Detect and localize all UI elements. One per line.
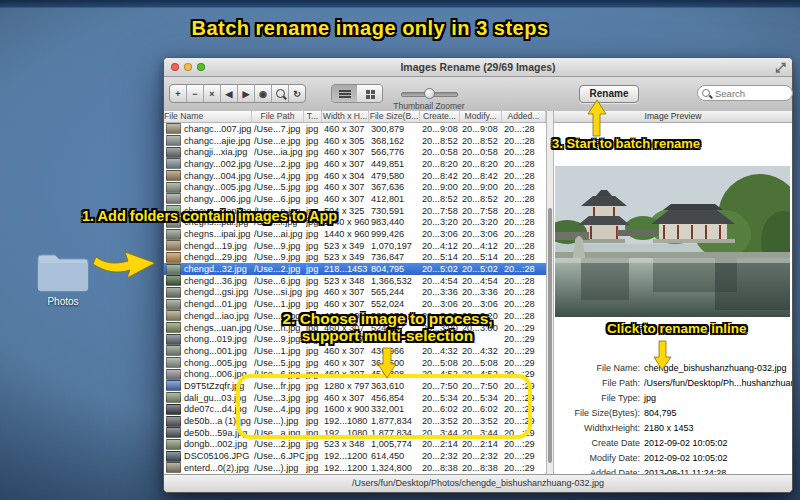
- table-row[interactable]: chengd...29.jpg/Use...9.jpgjpg523 x 3497…: [164, 252, 546, 264]
- cell-dim: 523 x 348: [322, 276, 369, 286]
- minimize-window-button[interactable]: [184, 63, 192, 71]
- column-header[interactable]: File Name: [164, 111, 252, 122]
- column-header[interactable]: Create...: [420, 111, 460, 122]
- cell-path: /Use...).jpg: [252, 463, 304, 473]
- table-row[interactable]: chengd...36.jpg/Use...6.jpgjpg523 x 3481…: [164, 275, 546, 287]
- cell-name: chengs...uan.jpg: [164, 322, 252, 333]
- remove-button[interactable]: −: [187, 85, 204, 102]
- cell-modify: 20...5:14: [460, 252, 502, 262]
- cell-type: jpg: [304, 252, 322, 262]
- prev-button[interactable]: ◀: [221, 85, 238, 102]
- info-value: 2012-09-02 10:05:02: [640, 438, 728, 448]
- info-value: 2180 x 1453: [640, 423, 694, 433]
- table-row[interactable]: dongb...002.jpg/Use...2.jpgjpg523 x 3481…: [164, 439, 546, 451]
- table-row[interactable]: changy...002.jpg/Use...2.jpgjpg460 x 307…: [164, 158, 546, 170]
- search-field[interactable]: [697, 85, 793, 101]
- quicklook-button[interactable]: ◉: [255, 85, 272, 102]
- cell-size: 999,426: [369, 229, 420, 239]
- banner-title: Batch rename image only in 3 steps: [110, 17, 630, 40]
- cell-dim: 1440 x 960: [322, 229, 369, 239]
- vertical-scrollbar[interactable]: [546, 111, 554, 475]
- toolbar-button-group: +−×◀▶◉↻: [169, 84, 306, 103]
- column-header[interactable]: Modify...: [460, 111, 502, 122]
- file-thumbnail-icon: [166, 158, 181, 169]
- column-header[interactable]: T...: [304, 111, 322, 122]
- table-row[interactable]: chengd...01.jpg/Use...1.jpgjpg460 x 3075…: [164, 298, 546, 310]
- table-row[interactable]: changc...ajie.jpg/Use...e.jpgjpg460 x 30…: [164, 135, 546, 147]
- table-row[interactable]: chengd...19.jpg/Use...9.jpgjpg523 x 3491…: [164, 240, 546, 252]
- cell-modify: 20...4:54: [460, 276, 502, 286]
- grid-view-button[interactable]: [357, 85, 382, 102]
- table-row[interactable]: changy...004.jpg/Use...4.jpgjpg460 x 304…: [164, 170, 546, 182]
- cell-added: 20...:28: [502, 299, 546, 309]
- info-label: WidthxHeight:: [554, 423, 640, 433]
- table-row[interactable]: changy...005.jpg/Use...5.jpgjpg460 x 307…: [164, 181, 546, 193]
- cell-dim: 460 x 307: [322, 299, 369, 309]
- column-header[interactable]: File Size(B...: [369, 111, 420, 122]
- cell-added: 20...:28: [502, 276, 546, 286]
- thumbnail-zoomer-slider[interactable]: [401, 92, 458, 97]
- cell-modify: 20...0:58: [460, 147, 502, 157]
- cell-modify: 20...4:12: [460, 241, 502, 251]
- search-button[interactable]: [272, 85, 289, 102]
- cell-added: 20...:28: [502, 182, 546, 192]
- cell-create: 20...0:58: [420, 147, 460, 157]
- info-value: 804,795: [640, 408, 677, 418]
- add-button[interactable]: +: [170, 85, 187, 102]
- cell-name: chengd...19.jpg: [164, 240, 252, 251]
- column-header[interactable]: Added...: [502, 111, 546, 122]
- rename-button[interactable]: Rename: [579, 85, 639, 103]
- cell-create: 20...3:36: [420, 287, 460, 297]
- cell-name: changy...002.jpg: [164, 158, 252, 169]
- table-row[interactable]: chegns...ipai.jpg/Use...ai.jpgjpg1440 x …: [164, 228, 546, 240]
- info-row: Create Date2012-09-02 10:05:02: [554, 435, 792, 450]
- title-bar[interactable]: Images Rename (29/69 Images): [164, 58, 792, 77]
- slider-knob[interactable]: [424, 88, 435, 99]
- preview-panel-header: Image Preview: [554, 111, 792, 123]
- cell-modify: 20...9:00: [460, 182, 502, 192]
- folder-label: Photos: [30, 296, 96, 307]
- next-button[interactable]: ▶: [238, 85, 255, 102]
- cell-size: 364,500: [369, 358, 420, 368]
- info-value: jpg: [640, 393, 656, 403]
- scrollbar-thumb[interactable]: [548, 208, 552, 463]
- table-row-selected[interactable]: chengd...32.jpg/Use...2.jpgjpg218...1453…: [164, 263, 546, 275]
- cell-dim: 523 x 348: [322, 439, 369, 449]
- table-row[interactable]: chong...005.jpg/Use...5.jpgjpg460 x 3073…: [164, 357, 546, 369]
- table-row[interactable]: chengd...gsi.jpg/Use...si.jpgjpg460 x 30…: [164, 287, 546, 299]
- cell-path: /Use...7.jpg: [252, 124, 304, 134]
- cell-name: chengd...32.jpg: [164, 264, 252, 275]
- cell-type: jpg: [304, 229, 322, 239]
- table-row[interactable]: chong...001.jpg/Use...1.jpgjpg460 x 3074…: [164, 345, 546, 357]
- table-row[interactable]: DSC05106.JPG/Use...6.JPGjpg192...1200614…: [164, 450, 546, 462]
- cell-path: /Use...1.jpg: [252, 346, 304, 356]
- cell-added: 20...:28: [502, 136, 546, 146]
- cell-create: 20...5:14: [420, 252, 460, 262]
- table-row[interactable]: changy...006.jpg/Use...6.jpgjpg460 x 307…: [164, 193, 546, 205]
- cell-path: /Use...1.jpg: [252, 299, 304, 309]
- table-row[interactable]: changc...007.jpg/Use...7.jpgjpg460 x 307…: [164, 123, 546, 135]
- list-view-button[interactable]: [332, 85, 357, 102]
- annotation-step1: 1. Add folders contain images to App: [82, 208, 337, 224]
- table-row[interactable]: enterd...0(2).jpg/Use...).jpgjpg192...12…: [164, 462, 546, 474]
- fullscreen-icon[interactable]: [775, 62, 786, 73]
- search-input[interactable]: [713, 87, 787, 100]
- info-row: File Name:chengde_bishushanzhuang-032.jp…: [554, 360, 792, 375]
- column-header[interactable]: File Path: [252, 111, 304, 122]
- table-row[interactable]: changji...xia.jpg/Use...ia.jpgjpg460 x 3…: [164, 146, 546, 158]
- column-header[interactable]: Width x H...: [322, 111, 369, 122]
- refresh-button[interactable]: ↻: [289, 85, 305, 102]
- cell-create: 20...4:54: [420, 276, 460, 286]
- photos-folder[interactable]: Photos: [30, 250, 96, 307]
- cell-path: /Use...si.jpg: [252, 287, 304, 297]
- toolbar: +−×◀▶◉↻ Thumbnail Zoomer Rename: [164, 77, 792, 112]
- cell-modify: 20...3:06: [460, 229, 502, 239]
- info-value[interactable]: chengde_bishushanzhuang-032.jpg: [640, 363, 787, 373]
- cell-type: jpg: [304, 264, 322, 274]
- zoom-window-button[interactable]: [197, 63, 205, 71]
- close-window-button[interactable]: [171, 63, 179, 71]
- cell-path: /Use...6.JPG: [252, 451, 304, 461]
- cell-name: chengd...29.jpg: [164, 252, 252, 263]
- cell-modify: 20...8:20: [460, 159, 502, 169]
- delete-button[interactable]: ×: [204, 85, 221, 102]
